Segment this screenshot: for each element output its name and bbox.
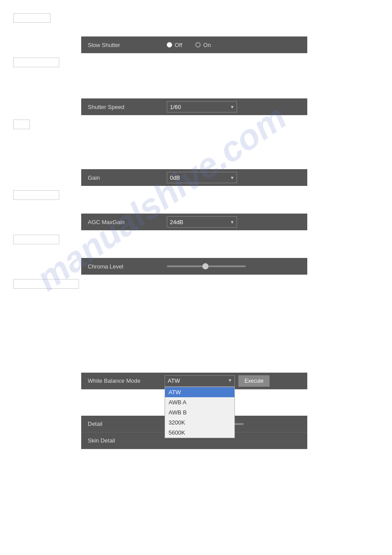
white-balance-dropdown-wrapper: ATW AWB A AWB B 3200K 5600K ATW AWB A AW… [165,375,235,387]
dropdown-item-awbb[interactable]: AWB B [165,407,234,417]
agc-maxgain-row: AGC MaxGain 24dB 18dB 12dB [81,214,307,230]
placeholder-box-2 [13,58,59,67]
shutter-speed-control: 1/60 1/30 1/15 1/8 1/4 [162,101,307,112]
chroma-level-row: Chroma Level [81,258,307,275]
chroma-level-control [162,265,307,267]
slow-shutter-off-label: Off [175,42,182,48]
placeholder-box-5 [13,235,59,244]
white-balance-label: White Balance Mode [81,377,162,384]
gain-row: Gain 0dB 3dB 6dB 9dB 12dB [81,169,307,186]
slow-shutter-on-option[interactable]: On [195,42,211,48]
dropdown-item-awba[interactable]: AWB A [165,397,234,407]
white-balance-select[interactable]: ATW AWB A AWB B 3200K 5600K [165,375,235,387]
watermark-spacer [13,294,379,373]
detail-label: Detail [81,421,162,427]
chroma-slider-track [167,265,246,267]
slow-shutter-control: Off On [162,42,307,48]
skin-detail-label: Skin Detail [81,437,162,444]
placeholder-box-6 [13,279,79,289]
gain-select[interactable]: 0dB 3dB 6dB 9dB 12dB [167,172,237,183]
agc-maxgain-label: AGC MaxGain [81,219,162,225]
white-balance-control: ATW AWB A AWB B 3200K 5600K ATW AWB A AW… [162,375,307,387]
dropdown-item-3200k[interactable]: 3200K [165,417,234,428]
agc-maxgain-select[interactable]: 24dB 18dB 12dB [167,216,237,228]
slow-shutter-label: Slow Shutter [81,42,162,48]
shutter-speed-label: Shutter Speed [81,104,162,110]
agc-maxgain-select-wrapper: 24dB 18dB 12dB [167,216,237,228]
white-balance-row: White Balance Mode ATW AWB A AWB B 3200K… [81,373,307,389]
chroma-level-label: Chroma Level [81,263,162,270]
white-balance-dropdown-list: ATW AWB A AWB B 3200K 5600K [165,387,235,438]
white-balance-section: White Balance Mode ATW AWB A AWB B 3200K… [81,373,307,449]
shutter-speed-row: Shutter Speed 1/60 1/30 1/15 1/8 1/4 [81,98,307,115]
gain-control: 0dB 3dB 6dB 9dB 12dB [162,172,307,183]
slow-shutter-on-radio[interactable] [195,42,201,47]
dropdown-item-atw[interactable]: ATW [165,387,234,397]
placeholder-box-1 [13,13,50,23]
shutter-speed-select[interactable]: 1/60 1/30 1/15 1/8 1/4 [167,101,237,112]
slow-shutter-off-radio[interactable] [167,42,172,47]
chroma-slider-thumb[interactable] [202,263,209,269]
shutter-speed-select-wrapper: 1/60 1/30 1/15 1/8 1/4 [167,101,237,112]
placeholder-box-3 [13,120,30,129]
gain-select-wrapper: 0dB 3dB 6dB 9dB 12dB [167,172,237,183]
execute-button[interactable]: Execute [238,375,270,387]
slow-shutter-off-option[interactable]: Off [167,42,182,48]
placeholder-box-4 [13,190,59,200]
slow-shutter-on-label: On [203,42,211,48]
chroma-slider-wrapper [167,265,255,267]
slow-shutter-radio-group: Off On [167,42,211,48]
gain-label: Gain [81,174,162,181]
agc-maxgain-control: 24dB 18dB 12dB [162,216,307,228]
slow-shutter-row: Slow Shutter Off On [81,36,307,53]
dropdown-item-5600k[interactable]: 5600K [165,428,234,438]
